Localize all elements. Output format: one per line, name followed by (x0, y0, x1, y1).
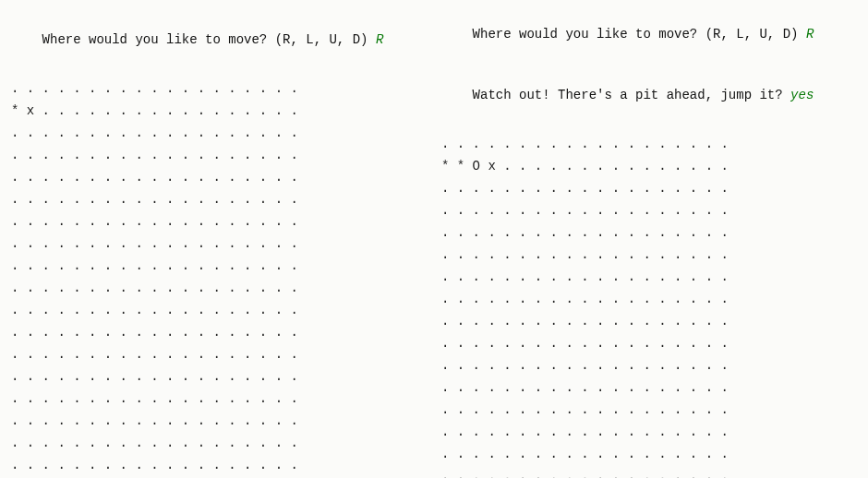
grid-row: . . . . . . . . . . . . . . . . . . . (11, 343, 423, 365)
grid-row: * * O x . . . . . . . . . . . . . . . (441, 155, 857, 177)
grid-row: . . . . . . . . . . . . . . . . . . . (11, 277, 423, 299)
grid-row: . . . . . . . . . . . . . . . . . . . (11, 122, 423, 144)
prompt-answer[interactable]: R (806, 27, 814, 42)
grid-row: . . . . . . . . . . . . . . . . . . . (441, 266, 857, 288)
grid-row: . . . . . . . . . . . . . . . . . . . (11, 299, 423, 321)
prompt-line-0: Where would you like to move? (R, L, U, … (441, 4, 857, 65)
grid-row: . . . . . . . . . . . . . . . . . . . (11, 321, 423, 343)
prompt-text: Where would you like to move? (R, L, U, … (42, 32, 376, 47)
grid-row: . . . . . . . . . . . . . . . . . . . (441, 399, 857, 421)
grid-row: . . . . . . . . . . . . . . . . . . . (441, 376, 857, 399)
grid-row: . . . . . . . . . . . . . . . . . . . (441, 199, 857, 221)
grid-row: . . . . . . . . . . . . . . . . . . . (441, 288, 857, 310)
grid-row: . . . . . . . . . . . . . . . . . . . (441, 332, 857, 354)
grid-row: . . . . . . . . . . . . . . . . . . . (11, 210, 423, 233)
game-grid-left: . . . . . . . . . . . . . . . . . . .* x… (11, 78, 423, 478)
grid-row: . . . . . . . . . . . . . . . . . . . (11, 233, 423, 255)
grid-row: . . . . . . . . . . . . . . . . . . . (441, 244, 857, 266)
grid-row: . . . . . . . . . . . . . . . . . . . (441, 421, 857, 443)
grid-row: . . . . . . . . . . . . . . . . . . . (11, 454, 423, 476)
prompt-text: Where would you like to move? (R, L, U, … (473, 27, 806, 42)
grid-row: . . . . . . . . . . . . . . . . . . . (441, 465, 857, 478)
grid-row: . . . . . . . . . . . . . . . . . . . (11, 365, 423, 388)
grid-row: . . . . . . . . . . . . . . . . . . . (11, 388, 423, 410)
grid-row: . . . . . . . . . . . . . . . . . . . (11, 166, 423, 188)
grid-row: . . . . . . . . . . . . . . . . . . . (11, 432, 423, 454)
grid-row: . . . . . . . . . . . . . . . . . . . (441, 221, 857, 244)
grid-row: . . . . . . . . . . . . . . . . . . . (441, 133, 857, 155)
grid-row: . . . . . . . . . . . . . . . . . . . (441, 177, 857, 199)
grid-row: . . . . . . . . . . . . . . . . . . . (441, 310, 857, 332)
prompt-answer[interactable]: yes (790, 88, 814, 102)
grid-row: . . . . . . . . . . . . . . . . . . . (11, 255, 423, 277)
grid-row: . . . . . . . . . . . . . . . . . . . (441, 354, 857, 376)
grid-row: . . . . . . . . . . . . . . . . . . . (11, 188, 423, 210)
grid-row: . . . . . . . . . . . . . . . . . . . (441, 443, 857, 465)
right-panel: Where would you like to move? (R, L, U, … (434, 0, 868, 478)
prompt-answer[interactable]: R (376, 32, 383, 47)
grid-row: * x . . . . . . . . . . . . . . . . . (11, 100, 423, 122)
prompt-text: Watch out! There's a pit ahead, jump it? (473, 88, 790, 102)
game-grid-right: . . . . . . . . . . . . . . . . . . .* *… (441, 133, 857, 478)
prompt-line-0: Where would you like to move? (R, L, U, … (11, 9, 423, 70)
grid-row: . . . . . . . . . . . . . . . . . . . (11, 78, 423, 100)
prompt-line-1: Watch out! There's a pit ahead, jump it?… (441, 65, 857, 125)
grid-row: . . . . . . . . . . . . . . . . . . . (11, 144, 423, 166)
grid-row: . . . . . . . . . . . . . . . . . . . (11, 410, 423, 432)
left-panel: Where would you like to move? (R, L, U, … (0, 0, 434, 478)
